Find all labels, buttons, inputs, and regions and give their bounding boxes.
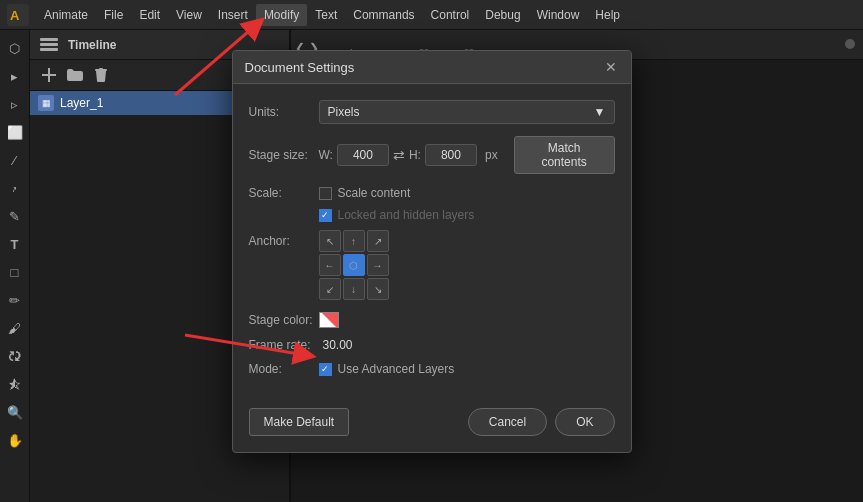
ok-btn[interactable]: OK	[555, 408, 614, 436]
width-group: W:	[319, 144, 389, 166]
advanced-layers-checkbox[interactable]	[319, 363, 332, 376]
anchor-bl[interactable]: ↙	[319, 278, 341, 300]
dialog-close-btn[interactable]: ✕	[603, 59, 619, 75]
mode-row: Mode: Use Advanced Layers	[249, 362, 615, 376]
dialog-overlay: Document Settings ✕ Units: Pixels ▼ Stag…	[0, 0, 863, 502]
anchor-tc[interactable]: ↑	[343, 230, 365, 252]
frame-rate-value: 30.00	[323, 338, 353, 352]
locked-layers-row: Locked and hidden layers	[249, 208, 615, 222]
scale-content-label: Scale content	[338, 186, 411, 200]
width-input[interactable]	[337, 144, 389, 166]
dialog-footer: Make Default Cancel OK	[233, 408, 631, 452]
units-row: Units: Pixels ▼	[249, 100, 615, 124]
stage-size-row: Stage size: W: ⇄ H: px Match contents	[249, 136, 615, 174]
scale-content-checkbox[interactable]	[319, 187, 332, 200]
locked-layers-label: Locked and hidden layers	[338, 208, 475, 222]
units-select[interactable]: Pixels ▼	[319, 100, 615, 124]
footer-right-buttons: Cancel OK	[468, 408, 615, 436]
mode-label: Mode:	[249, 362, 319, 376]
stage-color-label: Stage color:	[249, 313, 319, 327]
anchor-grid: ↖ ↑ ↗ ← ⬡ → ↙ ↓ ↘	[319, 230, 389, 300]
advanced-layers-label: Use Advanced Layers	[338, 362, 455, 376]
stage-color-row: Stage color:	[249, 312, 615, 328]
cancel-btn[interactable]: Cancel	[468, 408, 547, 436]
scale-row: Scale: Scale content	[249, 186, 615, 200]
anchor-tr[interactable]: ↗	[367, 230, 389, 252]
document-settings-dialog: Document Settings ✕ Units: Pixels ▼ Stag…	[232, 50, 632, 453]
anchor-br[interactable]: ↘	[367, 278, 389, 300]
frame-rate-row: Frame rate: 30.00	[249, 338, 615, 352]
stage-size-label: Stage size:	[249, 148, 319, 162]
make-default-btn[interactable]: Make Default	[249, 408, 350, 436]
anchor-label: Anchor:	[249, 230, 319, 248]
height-label: H:	[409, 148, 421, 162]
width-label: W:	[319, 148, 333, 162]
anchor-mc[interactable]: ⬡	[343, 254, 365, 276]
dialog-titlebar: Document Settings ✕	[233, 51, 631, 84]
dialog-body: Units: Pixels ▼ Stage size: W: ⇄ H: px	[233, 84, 631, 408]
height-group: H:	[409, 144, 477, 166]
dialog-title: Document Settings	[245, 60, 355, 75]
dropdown-arrow-icon: ▼	[594, 105, 606, 119]
anchor-tl[interactable]: ↖	[319, 230, 341, 252]
units-value: Pixels	[328, 105, 360, 119]
px-label: px	[485, 148, 498, 162]
frame-rate-label: Frame rate:	[249, 338, 319, 352]
stage-color-swatch[interactable]	[319, 312, 339, 328]
height-input[interactable]	[425, 144, 477, 166]
scale-label: Scale:	[249, 186, 319, 200]
match-contents-btn[interactable]: Match contents	[514, 136, 615, 174]
locked-layers-checkbox[interactable]	[319, 209, 332, 222]
anchor-bc[interactable]: ↓	[343, 278, 365, 300]
anchor-section: Anchor: ↖ ↑ ↗ ← ⬡ → ↙ ↓ ↘	[249, 230, 615, 300]
units-label: Units:	[249, 105, 319, 119]
anchor-mr[interactable]: →	[367, 254, 389, 276]
anchor-ml[interactable]: ←	[319, 254, 341, 276]
link-icon: ⇄	[393, 147, 405, 163]
